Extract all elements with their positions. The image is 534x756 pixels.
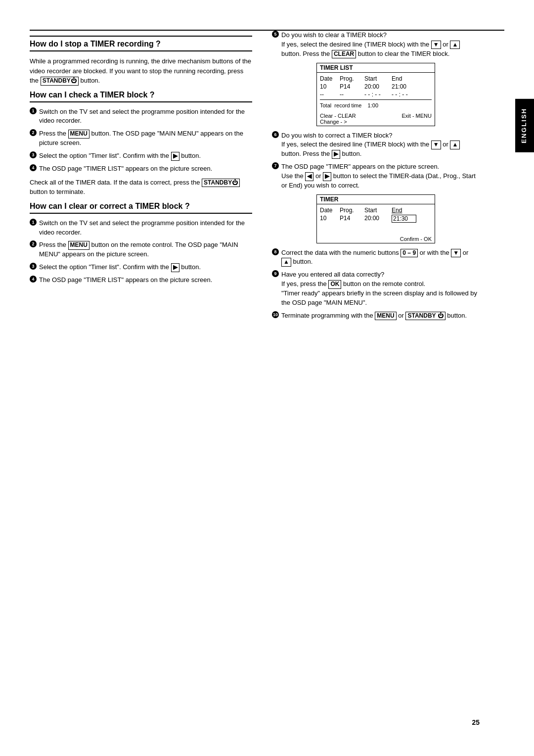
osd-total: Total record time 1:00 [320,101,432,109]
section2-steps: 1 Switch on the TV set and select the pr… [30,107,252,174]
bullet-1: 1 [30,107,37,114]
up-btn8: ▲ [281,258,291,267]
bullet-5: 5 [272,31,279,38]
menu-btn: MENU [68,130,89,139]
section2-heading: How can I check a TIMER block ? [30,91,252,102]
bullet-7: 7 [272,162,279,169]
up-btn6: ▲ [450,141,460,149]
right-steps: 5 Do you wish to clear a TIMER block? If… [272,31,480,59]
section2-check-text: Check all of the TIMER data. If the data… [30,178,252,197]
timer-osd-headers: Date Prog. Start End [320,207,432,214]
bullet-1: 1 [30,219,37,226]
list-item: 4 The OSD page "TIMER LIST" appears on t… [30,164,252,174]
step6: 6 Do you wish to correct a TIMER block? … [272,131,480,159]
osd-footer: Clear - CLEARChange - > Exit - MENU [317,112,435,126]
timer-osd-footer: Confirm - OK [317,235,435,243]
ok-btn: OK [328,280,341,289]
confirm-btn2: ▶ [171,263,179,272]
bullet-4: 4 [30,276,37,283]
osd-data-row2: -- -- - - : - - - - : - - [320,91,432,98]
up-btn5: ▲ [450,41,460,49]
standby-button-label: STANDBY⏻ [41,77,79,86]
page: ENGLISH How do I stop a TIMER recording … [0,0,534,756]
osd-body: Date Prog. Start End 10 P14 20:00 21:00 … [317,73,435,112]
play-btn6: ▶ [332,150,340,159]
bullet-10: 10 [272,311,279,318]
page-number: 25 [30,718,504,726]
bullet-9: 9 [272,270,279,277]
down-btn8: ▼ [451,249,461,258]
timer-osd-body: Date Prog. Start End 10 P14 20:00 21:30 [317,204,435,235]
bullet-2: 2 [30,240,37,247]
section1-body: While a programmed recording is running,… [30,56,252,86]
section3-steps: 1 Switch on the TV set and select the pr… [30,219,252,285]
bullet-4: 4 [30,164,37,171]
menu-btn2: MENU [68,241,89,250]
left-column: How do I stop a TIMER recording ? While … [30,31,267,709]
step7: 7 The OSD page "TIMER" appears on the pi… [272,162,480,190]
menu-btn10: MENU [375,312,396,321]
osd-data-row1: 10 P14 20:00 21:00 [320,83,432,90]
section3-heading: How can I clear or correct a TIMER block… [30,202,252,214]
standby-btn10: STANDBY ⏻ [405,312,445,321]
list-item: 4 The OSD page "TIMER LIST" appears on t… [30,276,252,285]
osd-header-row: Date Prog. Start End [320,75,432,82]
section1-heading: How do I stop a TIMER recording ? [30,36,252,51]
num-btn: 0 – 9 [400,249,418,258]
step5: 5 Do you wish to clear a TIMER block? If… [272,31,480,59]
standby-btn2: STANDBY⏻ [202,179,240,188]
list-item: 2 Press the MENU button. The OSD page "M… [30,129,252,148]
list-item: 3 Select the option "Timer list". Confir… [30,151,252,161]
timer-list-osd: TIMER LIST Date Prog. Start End 10 P14 2… [316,63,435,126]
end-cell-highlighted: 21:30 [392,215,416,223]
right-btn7: ▶ [323,172,331,181]
bullet-2: 2 [30,129,37,136]
timer-osd-title: TIMER [317,195,435,204]
clear-btn: CLEAR [332,50,356,59]
right-column: 5 Do you wish to clear a TIMER block? If… [267,31,504,709]
timer-osd-data: 10 P14 20:00 21:30 [320,215,432,223]
english-tab: ENGLISH [515,99,534,152]
step9: 9 Have you entered all data correctly? I… [272,270,480,307]
bullet-8: 8 [272,248,279,255]
list-item: 3 Select the option "Timer list". Confir… [30,263,252,272]
left-btn7: ◀ [305,172,313,181]
bullet-6: 6 [272,131,279,138]
down-btn5: ▼ [431,41,441,49]
timer-osd: TIMER Date Prog. Start End 10 P14 20:00 … [316,194,435,243]
content-area: How do I stop a TIMER recording ? While … [30,31,504,709]
bullet-3: 3 [30,263,37,270]
list-item: 1 Switch on the TV set and select the pr… [30,107,252,126]
osd-title: TIMER LIST [317,63,435,73]
list-item: 2 Press the MENU button on the remote co… [30,240,252,259]
list-item: 1 Switch on the TV set and select the pr… [30,219,252,237]
down-btn6: ▼ [431,141,441,149]
confirm-btn: ▶ [171,152,179,161]
step8: 8 Correct the data with the numeric butt… [272,248,480,267]
step10: 10 Terminate programming with the MENU o… [272,311,480,321]
bullet-3: 3 [30,151,37,158]
osd-divider [320,99,432,100]
